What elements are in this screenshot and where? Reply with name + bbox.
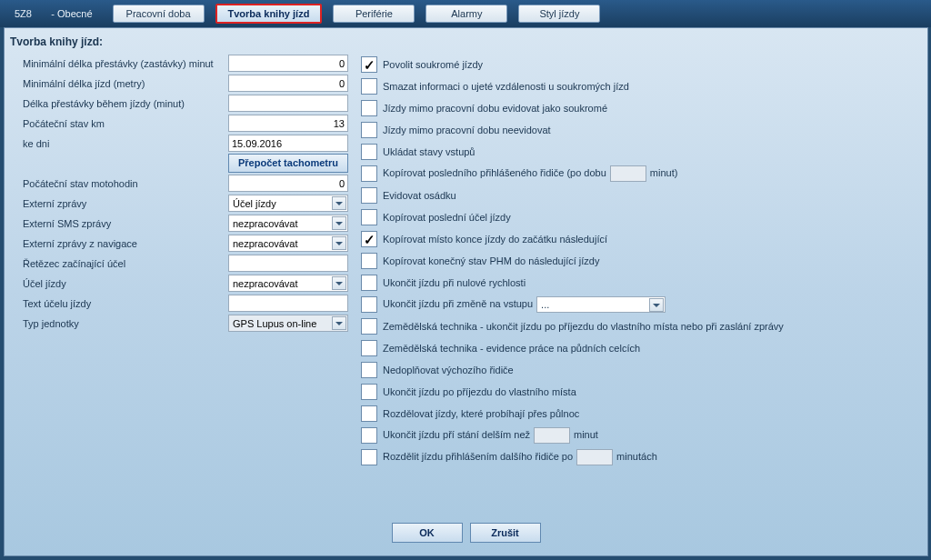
cb-mimo-soukrome[interactable] [361, 100, 377, 116]
cb-label: Nedoplňovat výchozího řidiče [383, 365, 514, 375]
cb-ukoncit-vstup[interactable] [361, 296, 377, 313]
ucel-jizdy-select[interactable]: nezpracovávat [228, 275, 348, 292]
cb-ukoncit-stani[interactable] [361, 427, 377, 444]
cb-label: Ukončit jízdu po příjezdu do vlastního m… [383, 386, 576, 397]
ridice-minuty-input[interactable] [610, 165, 646, 182]
typ-jednotky-label: Typ jednotky [10, 318, 228, 329]
stani-minuty-input[interactable] [534, 427, 570, 444]
ext-sms-select[interactable]: nezpracovávat [228, 215, 348, 232]
right-column: Povolit soukromé jízdy Smazat informaci … [361, 54, 922, 468]
tab-alarmy[interactable]: Alarmy [425, 5, 507, 23]
cb-evidovat-osadku[interactable] [361, 187, 377, 204]
cb-label: Jízdy mimo pracovní dobu evidovat jako s… [383, 103, 607, 114]
chevron-down-icon [332, 236, 346, 250]
cb-label: Rozdělit jízdu přihlášením dalšího řidič… [383, 449, 657, 465]
ext-sms-label: Externí SMS zprávy [10, 218, 228, 229]
start-km-label: Počáteční stav km [10, 118, 228, 129]
typ-jednotky-select[interactable]: GPS Lupus on-line [228, 315, 348, 332]
vehicle-tab[interactable]: 5Z8 - Obecné [5, 5, 102, 23]
chevron-down-icon [332, 316, 346, 330]
cb-label: Smazat informaci o ujeté vzdálenosti u s… [383, 81, 629, 92]
cb-kopirovat-phm[interactable] [361, 253, 377, 269]
vstup-select[interactable]: ... [536, 296, 666, 313]
text-ucelu-input[interactable] [228, 295, 348, 312]
cb-label: Evidovat osádku [383, 190, 456, 201]
tab-periferie[interactable]: Periférie [333, 5, 415, 23]
cb-label: Kopírovat místo konce jízdy do začátku n… [383, 234, 607, 245]
min-trip-input[interactable] [228, 75, 348, 92]
cb-smazat-info[interactable] [361, 78, 377, 95]
ext-nav-label: Externí zprávy z navigace [10, 238, 228, 249]
tab-pracovni-doba[interactable]: Pracovní doba [113, 5, 205, 23]
ext-nav-select[interactable]: nezpracovávat [228, 235, 348, 252]
cb-label: Ukládat stavy vstupů [383, 146, 476, 157]
cb-label: Kopírovat konečný stav PHM do následujíc… [383, 255, 599, 266]
text-ucelu-label: Text účelu jízdy [10, 298, 228, 309]
chevron-down-icon [332, 216, 346, 230]
ok-button[interactable]: OK [392, 523, 463, 543]
cb-ukoncit-vlastni-misto[interactable] [361, 384, 377, 400]
ext-zpravy-label: Externí zprávy [10, 198, 228, 209]
cb-label: Zemědělská technika - ukončit jízdu po p… [383, 321, 784, 332]
cb-ukladat-stavy[interactable] [361, 144, 377, 160]
ext-zpravy-select[interactable]: Účel jízdy [228, 195, 348, 212]
cb-kopirovat-ridice[interactable] [361, 165, 377, 182]
cb-nedoplnovat-ridice[interactable] [361, 362, 377, 378]
break-during-input[interactable] [228, 95, 348, 112]
cb-label: Ukončit jízdu pří stání delším nežminut [383, 427, 598, 444]
chevron-down-icon [332, 276, 346, 290]
tab-styl-jizdy[interactable]: Styl jízdy [518, 5, 600, 23]
ucel-jizdy-label: Účel jízdy [10, 278, 228, 289]
retezec-input[interactable] [228, 255, 348, 272]
ke-dni-label: ke dni [10, 138, 228, 149]
start-moto-label: Počáteční stav motohodin [10, 178, 228, 189]
cb-label: Kopírovat posledního přihlášeného řidiče… [383, 165, 677, 182]
tab-bar: 5Z8 - Obecné Pracovní doba Tvorba knihy … [0, 0, 931, 27]
recalc-tachometer-button[interactable]: Přepočet tachometru [228, 154, 348, 173]
cb-kopirovat-ucel[interactable] [361, 209, 377, 225]
start-km-input[interactable] [228, 115, 348, 132]
cb-rozdelit-ridice[interactable] [361, 449, 377, 465]
chevron-down-icon [649, 298, 664, 312]
cb-label: Zemědělská technika - evidence práce na … [383, 343, 640, 354]
min-break-label: Minimální délka přestávky (zastávky) min… [10, 58, 228, 69]
cb-mimo-neevidovat[interactable] [361, 122, 377, 138]
cancel-button[interactable]: Zrušit [470, 523, 541, 543]
cb-label: Ukončit jízdu při změně na vstupu... [383, 296, 666, 313]
footer-buttons: OK Zrušit [5, 523, 927, 543]
min-break-input[interactable] [228, 55, 348, 72]
left-column: Minimální délka přestávky (zastávky) min… [10, 54, 348, 468]
ke-dni-input[interactable] [228, 135, 348, 152]
cb-ukoncit-nulova[interactable] [361, 275, 377, 291]
chevron-down-icon [332, 196, 346, 210]
cb-label: Kopírovat poslední účel jízdy [383, 212, 511, 223]
main-panel: Tvorba knihy jízd: Minimální délka přest… [4, 27, 928, 556]
cb-rozdelovat-pulnoc[interactable] [361, 405, 377, 422]
cb-label: Jízdy mimo pracovní dobu neevidovat [383, 125, 551, 135]
start-moto-input[interactable] [228, 175, 348, 192]
cb-label: Rozdělovat jízdy, které probíhají přes p… [383, 408, 579, 419]
break-during-label: Délka přestávky během jízdy (minut) [10, 98, 228, 109]
retezec-label: Řetězec začínající účel [10, 258, 228, 269]
min-trip-label: Minimální délka jízd (metry) [10, 78, 228, 89]
cb-label: Ukončit jízdu při nulové rychlosti [383, 277, 526, 288]
rozdelit-minuty-input[interactable] [576, 449, 613, 465]
cb-povolit-soukrome[interactable] [361, 56, 377, 73]
cb-kopirovat-misto[interactable] [361, 231, 377, 247]
cb-zemedelska-ukoncit[interactable] [361, 318, 377, 335]
cb-zemedelska-evidence[interactable] [361, 340, 377, 356]
panel-title: Tvorba knihy jízd: [5, 28, 927, 52]
cb-label: Povolit soukromé jízdy [383, 59, 483, 70]
tab-tvorba-knihy-jizd[interactable]: Tvorba knihy jízd [215, 4, 323, 24]
